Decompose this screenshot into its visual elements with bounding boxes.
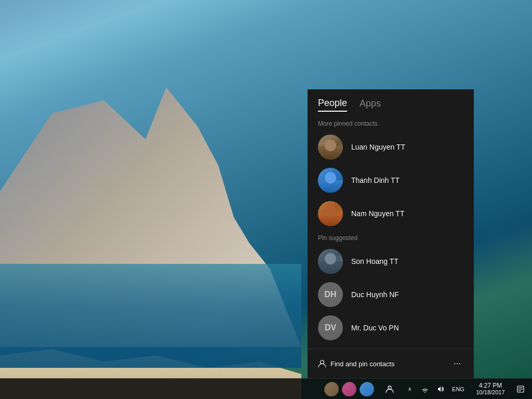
find-contacts-label: Find and pin contacts <box>330 360 395 368</box>
contact-name-luan: Luan Nguyen TT <box>351 143 405 151</box>
panel-tab-bar: People Apps <box>308 89 474 116</box>
taskbar: ∧ ENG 4:27 PM <box>0 378 532 399</box>
panel-footer: Find and pin contacts ··· <box>308 349 474 378</box>
notification-center-icon[interactable] <box>511 379 530 400</box>
contact-luan[interactable]: Luan Nguyen TT <box>308 130 474 164</box>
tray-network-icon[interactable] <box>418 379 432 400</box>
more-options-button[interactable]: ··· <box>449 355 466 372</box>
avatar-luan <box>318 135 343 159</box>
contact-thanh[interactable]: Thanh Dinh TT <box>308 164 474 197</box>
contact-name-thanh: Thanh Dinh TT <box>351 176 400 184</box>
avatar-son <box>318 249 343 274</box>
person-icon <box>318 360 326 368</box>
tray-chevron[interactable]: ∧ <box>402 379 417 400</box>
water-overlay <box>0 264 301 368</box>
find-contacts-button[interactable]: Find and pin contacts <box>316 357 397 370</box>
system-tray: ∧ ENG <box>400 379 470 400</box>
pinned-contacts-label: More pinned contacts <box>308 116 474 130</box>
taskbar-right-area: ∧ ENG 4:27 PM <box>323 379 532 399</box>
clock-date: 10/18/2017 <box>476 389 504 396</box>
tab-people[interactable]: People <box>318 98 347 112</box>
contact-name-son: Son Hoang TT <box>351 257 398 265</box>
svg-point-2 <box>424 392 425 393</box>
suggested-contacts-label: Pin suggested <box>308 230 474 245</box>
avatar-duc-huynh: DH <box>318 282 343 307</box>
contact-duc-huynh[interactable]: DH Duc Huynh NF <box>308 278 474 311</box>
svg-point-1 <box>388 386 391 389</box>
avatar-nam <box>318 201 343 226</box>
clock-area[interactable]: 4:27 PM 10/18/2017 <box>470 379 511 400</box>
avatar-duc-vo: DV <box>318 315 343 340</box>
contact-son[interactable]: Son Hoang TT <box>308 245 474 278</box>
contact-name-nam: Nam Nguyen TT <box>351 209 404 218</box>
contact-name-duc-vo: Mr. Duc Vo PN <box>351 324 399 332</box>
people-taskbar-icon[interactable] <box>379 379 400 400</box>
taskbar-contact-2[interactable] <box>341 381 357 397</box>
contact-name-duc-huynh: Duc Huynh NF <box>351 290 399 299</box>
tray-language[interactable]: ENG <box>449 379 468 400</box>
people-panel: People Apps More pinned contacts Luan Ng… <box>308 89 474 378</box>
avatar-thanh <box>318 168 343 193</box>
tab-apps[interactable]: Apps <box>360 98 381 111</box>
taskbar-contact-1[interactable] <box>323 381 340 397</box>
taskbar-contact-3[interactable] <box>358 381 375 397</box>
taskbar-pinned-contacts <box>323 381 375 397</box>
contact-nam[interactable]: Nam Nguyen TT <box>308 197 474 230</box>
clock-time: 4:27 PM <box>479 382 502 389</box>
tray-volume-icon[interactable] <box>433 379 448 400</box>
contact-duc-vo[interactable]: DV Mr. Duc Vo PN <box>308 311 474 344</box>
